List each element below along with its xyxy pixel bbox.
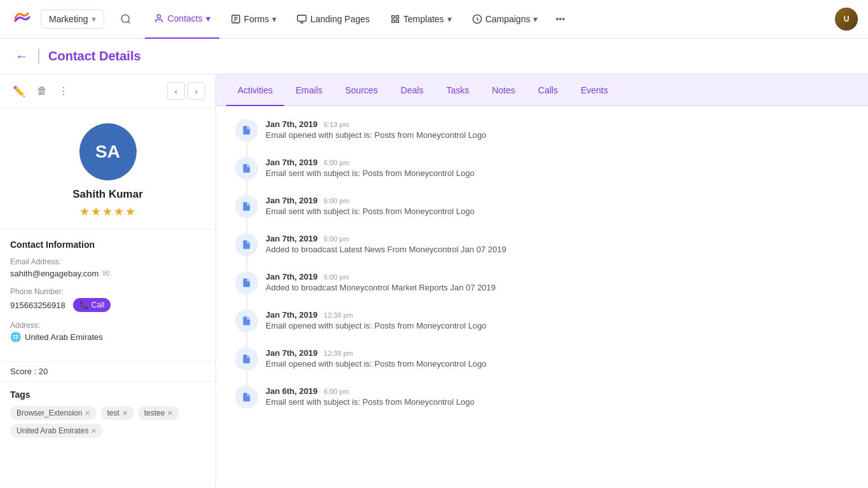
nav-more-button[interactable]: ••• xyxy=(549,0,571,39)
nav-forms[interactable]: Forms ▾ xyxy=(222,0,286,39)
timeline-time: 6:00 pm xyxy=(324,159,349,166)
timeline-item: Jan 7th, 2019 12:38 pm Email opened with… xyxy=(235,348,849,370)
timeline-time: 6:00 pm xyxy=(324,197,349,205)
tag-item: Browser_Extension✕ xyxy=(10,406,97,420)
tag-label: test xyxy=(107,409,119,417)
timeline-content: Jan 7th, 2019 6:00 pm Email sent with su… xyxy=(266,195,849,218)
timeline-content: Jan 6th, 2019 6:00 pm Email sent with su… xyxy=(266,386,849,409)
timeline-content: Jan 7th, 2019 6:13 pm Email opened with … xyxy=(266,119,849,142)
svg-point-3 xyxy=(158,15,161,18)
phone-label: Phone Number: xyxy=(10,287,205,296)
tag-label: Browser_Extension xyxy=(17,409,82,417)
tab-emails[interactable]: Emails xyxy=(284,74,334,106)
user-avatar[interactable]: U xyxy=(835,8,858,30)
tab-activities[interactable]: Activities xyxy=(226,74,284,106)
email-field-container: Email Address: sahith@engagebay.com ✉ xyxy=(10,257,205,278)
nav-templates[interactable]: Templates ▾ xyxy=(381,0,461,39)
contact-info-title: Contact Information xyxy=(10,240,205,250)
workspace-label: Marketing xyxy=(49,14,88,24)
nav-campaigns[interactable]: Campaigns ▾ xyxy=(463,0,547,39)
page-header: ← Contact Details xyxy=(0,39,868,74)
contact-details-panel: ActivitiesEmailsSourcesDealsTasksNotesCa… xyxy=(216,74,868,487)
contact-info-section: Contact Information Email Address: sahit… xyxy=(0,229,215,361)
score-value: Score : 20 xyxy=(10,367,48,376)
address-label: Address: xyxy=(10,321,205,330)
timeline-text: Email opened with subject is: Posts from… xyxy=(266,321,849,330)
tab-events[interactable]: Events xyxy=(569,74,620,106)
tabs-bar: ActivitiesEmailsSourcesDealsTasksNotesCa… xyxy=(216,74,868,106)
next-contact-button[interactable]: › xyxy=(187,82,205,100)
tag-label: testee xyxy=(144,409,165,417)
delete-icon[interactable]: 🗑 xyxy=(34,83,50,99)
timeline-content: Jan 7th, 2019 6:00 pm Email sent with su… xyxy=(266,157,849,180)
timeline-item: Jan 7th, 2019 6:00 pm Added to broadcast… xyxy=(235,271,849,294)
top-navigation: Marketing ▾ Contacts ▾ Forms ▾ Landing P… xyxy=(0,0,868,39)
edit-icon[interactable]: ✏️ xyxy=(10,83,28,100)
tab-calls[interactable]: Calls xyxy=(527,74,569,106)
forms-chevron-icon: ▾ xyxy=(272,14,276,24)
search-button[interactable] xyxy=(114,8,137,30)
timeline-icon xyxy=(235,195,258,218)
nav-campaigns-label: Campaigns xyxy=(485,14,531,24)
workspace-selector[interactable]: Marketing ▾ xyxy=(41,10,104,29)
tags-container: Browser_Extension✕test✕testee✕United Ara… xyxy=(10,406,205,438)
contact-profile: SA Sahith Kumar ★★★★★ xyxy=(0,108,215,229)
tag-remove-icon[interactable]: ✕ xyxy=(85,409,90,417)
tab-deals[interactable]: Deals xyxy=(390,74,435,106)
contact-actions: ✏️ 🗑 ⋮ ‹ › xyxy=(0,74,215,108)
timeline-time: 12:38 pm xyxy=(324,349,353,357)
contact-rating: ★★★★★ xyxy=(79,205,137,219)
nav-contacts[interactable]: Contacts ▾ xyxy=(145,0,219,39)
timeline-content: Jan 7th, 2019 12:38 pm Email opened with… xyxy=(266,309,849,332)
page-title: Contact Details xyxy=(38,49,141,64)
contact-avatar: SA xyxy=(79,123,137,180)
globe-icon: 🌐 xyxy=(10,332,21,342)
timeline-date: Jan 7th, 2019 xyxy=(266,196,318,205)
prev-contact-button[interactable]: ‹ xyxy=(167,82,185,100)
call-button-label: Call xyxy=(92,301,105,309)
tags-title: Tags xyxy=(10,390,205,400)
timeline-icon xyxy=(235,119,258,142)
tab-notes[interactable]: Notes xyxy=(480,74,527,106)
email-value-row: sahith@engagebay.com ✉ xyxy=(10,268,205,278)
timeline-date: Jan 7th, 2019 xyxy=(266,158,318,167)
timeline-text: Added to broadcast Latest News From Mone… xyxy=(266,245,849,254)
phone-icon: 📞 xyxy=(79,301,89,309)
tab-sources[interactable]: Sources xyxy=(334,74,389,106)
timeline-date: Jan 7th, 2019 xyxy=(266,348,318,358)
tab-tasks[interactable]: Tasks xyxy=(435,74,480,106)
timeline-icon xyxy=(235,157,258,180)
phone-value-row: 915663256918 📞 Call xyxy=(10,298,205,312)
timeline-item: Jan 7th, 2019 6:00 pm Added to broadcast… xyxy=(235,233,849,256)
tag-remove-icon[interactable]: ✕ xyxy=(122,409,128,417)
timeline-item: Jan 6th, 2019 6:00 pm Email sent with su… xyxy=(235,386,849,409)
timeline-icon xyxy=(235,386,258,409)
call-button[interactable]: 📞 Call xyxy=(73,298,111,312)
tag-remove-icon[interactable]: ✕ xyxy=(91,427,97,435)
tag-remove-icon[interactable]: ✕ xyxy=(167,409,173,417)
email-icon: ✉ xyxy=(102,268,110,278)
tag-item: test✕ xyxy=(100,406,133,420)
email-label: Email Address: xyxy=(10,257,205,266)
timeline-text: Email opened with subject is: Posts from… xyxy=(266,130,849,140)
timeline-icon xyxy=(235,309,258,332)
back-button[interactable]: ← xyxy=(15,49,28,64)
timeline-text: Email sent with subject is: Posts from M… xyxy=(266,207,849,216)
tag-label: United Arab Emirates xyxy=(17,426,88,435)
nav-contacts-label: Contacts xyxy=(167,13,202,24)
more-options-icon[interactable]: ⋮ xyxy=(56,83,71,100)
timeline-content: Jan 7th, 2019 12:38 pm Email opened with… xyxy=(266,348,849,370)
nav-landing-pages[interactable]: Landing Pages xyxy=(288,0,378,39)
avatar-image: U xyxy=(835,8,858,30)
contact-initials: SA xyxy=(95,142,120,162)
timeline-item: Jan 7th, 2019 6:13 pm Email opened with … xyxy=(235,119,849,142)
timeline-time: 6:00 pm xyxy=(324,388,349,395)
chevron-down-icon: ▾ xyxy=(92,14,96,24)
address-field-container: Address: 🌐 United Arab Emirates xyxy=(10,321,205,342)
app-logo[interactable] xyxy=(10,7,33,32)
timeline-time: 6:00 pm xyxy=(324,235,349,243)
contact-sidebar: ✏️ 🗑 ⋮ ‹ › SA Sahith Kumar ★★★★★ Contact… xyxy=(0,74,216,487)
tags-section: Tags Browser_Extension✕test✕testee✕Unite… xyxy=(0,381,215,445)
nav-forms-label: Forms xyxy=(244,14,269,24)
timeline-text: Email opened with subject is: Posts from… xyxy=(266,359,849,369)
